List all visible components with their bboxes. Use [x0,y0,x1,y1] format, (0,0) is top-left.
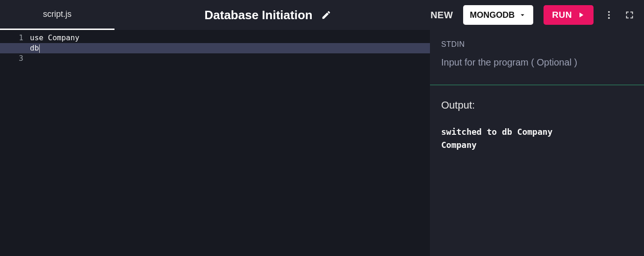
language-select-label: MONGODB [470,10,515,20]
line-number-gutter: 1 2 3 [0,30,30,256]
code-text: db [30,44,39,52]
line-number: 3 [0,53,30,64]
code-line: use Company [30,33,430,43]
new-button[interactable]: NEW [430,10,453,21]
chevron-down-icon [518,11,527,19]
project-title: Database Initiation [205,8,313,22]
fullscreen-icon [624,10,635,20]
stdin-label: STDIN [441,40,633,49]
text-cursor [39,44,40,53]
more-menu-button[interactable] [604,10,614,20]
file-tab-label: script.js [43,9,72,19]
stdin-section: STDIN [430,30,644,85]
pencil-icon [321,10,331,20]
io-panel: STDIN Output: switched to db Company Com… [430,30,644,256]
language-select[interactable]: MONGODB [463,5,533,25]
project-title-area: Database Initiation [114,8,421,22]
edit-title-button[interactable] [321,10,331,20]
main-area: 1 2 3 use Company db STDIN Output: switc… [0,30,644,256]
code-line [30,53,430,64]
top-bar: script.js Database Initiation NEW MONGOD… [0,0,644,30]
svg-point-0 [608,11,610,13]
output-text: switched to db Company Company [441,125,633,152]
output-section: Output: switched to db Company Company [430,85,644,152]
code-editor[interactable]: 1 2 3 use Company db [0,30,430,256]
header-actions: NEW MONGODB RUN [430,5,635,25]
new-button-label: NEW [430,10,453,20]
svg-point-2 [608,17,610,19]
line-number: 1 [0,33,30,43]
dots-vertical-icon [604,10,614,20]
svg-point-1 [608,14,610,16]
fullscreen-button[interactable] [624,10,635,20]
file-tabs: script.js [0,0,114,30]
code-area[interactable]: use Company db [30,30,430,256]
play-icon [577,11,585,19]
run-button[interactable]: RUN [544,5,594,25]
run-button-label: RUN [552,10,572,20]
output-label: Output: [441,99,633,111]
code-line: db [30,43,430,53]
file-tab-script[interactable]: script.js [0,0,114,30]
stdin-input[interactable] [441,57,633,68]
